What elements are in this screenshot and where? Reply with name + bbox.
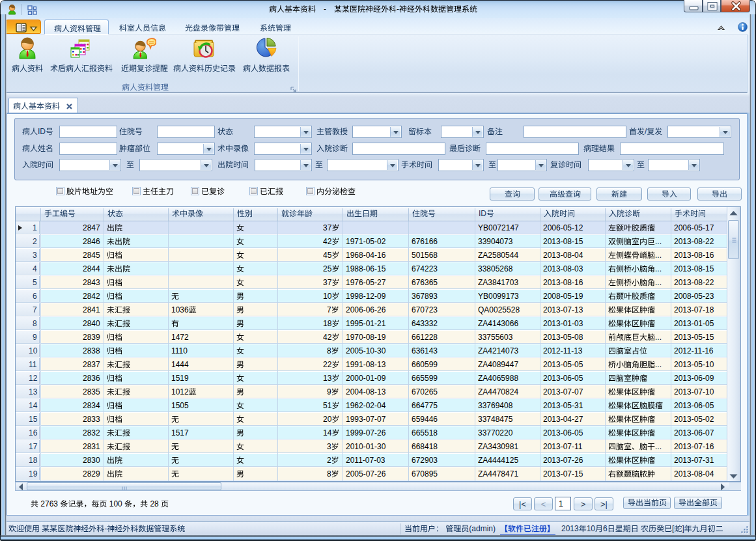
svg-text:2006-05-17: 2006-05-17 bbox=[674, 224, 714, 232]
svg-text:367893: 367893 bbox=[412, 292, 438, 301]
svg-text:2013-04-27: 2013-04-27 bbox=[543, 415, 583, 424]
svg-text:10: 10 bbox=[323, 292, 332, 301]
svg-text:YB0099173: YB0099173 bbox=[478, 292, 519, 301]
svg-text:2835: 2835 bbox=[83, 388, 100, 396]
svg-text:2013-08-16: 2013-08-16 bbox=[543, 279, 583, 287]
svg-text:28: 28 bbox=[148, 500, 161, 508]
svg-text:17: 17 bbox=[29, 443, 38, 451]
svg-text:2013-07-10: 2013-07-10 bbox=[674, 388, 714, 396]
svg-text:QA0025528: QA0025528 bbox=[478, 306, 520, 314]
svg-text:33805268: 33805268 bbox=[478, 265, 513, 273]
svg-text:1988-06-15: 1988-06-15 bbox=[346, 265, 386, 273]
svg-text:18: 18 bbox=[29, 456, 38, 465]
svg-text:...: ... bbox=[655, 265, 662, 273]
svg-text:1505: 1505 bbox=[171, 402, 189, 410]
svg-text:2013-07-16: 2013-07-16 bbox=[674, 443, 714, 451]
svg-text:2837: 2837 bbox=[83, 361, 100, 369]
svg-text:1993-07-07: 1993-07-07 bbox=[346, 415, 386, 424]
svg-text:1: 1 bbox=[33, 224, 37, 232]
svg-text:9: 9 bbox=[33, 333, 37, 342]
svg-text:2840: 2840 bbox=[83, 320, 100, 328]
svg-text:45: 45 bbox=[323, 251, 332, 260]
svg-text:...: ... bbox=[655, 333, 662, 342]
svg-text:2006-05-12: 2006-05-12 bbox=[543, 224, 583, 232]
svg-text:25: 25 bbox=[323, 265, 332, 273]
svg-text:12: 12 bbox=[29, 374, 38, 383]
svg-text:672903: 672903 bbox=[412, 456, 438, 465]
svg-text:42: 42 bbox=[323, 333, 332, 342]
svg-text:1036: 1036 bbox=[171, 306, 189, 314]
svg-text:2013-06-07: 2013-06-07 bbox=[674, 429, 714, 437]
svg-text:2: 2 bbox=[327, 456, 331, 465]
svg-text:2011-07-03: 2011-07-03 bbox=[346, 456, 385, 465]
svg-text:51: 51 bbox=[323, 402, 332, 410]
svg-text:11: 11 bbox=[29, 361, 37, 369]
svg-text:14: 14 bbox=[29, 402, 38, 410]
svg-text:1012: 1012 bbox=[171, 388, 189, 396]
svg-text:2844: 2844 bbox=[83, 265, 100, 273]
svg-text:670265: 670265 bbox=[412, 388, 438, 396]
svg-text:2013-05-05: 2013-05-05 bbox=[543, 361, 583, 369]
svg-text:501568: 501568 bbox=[412, 251, 438, 260]
svg-text:2013-07-18: 2013-07-18 bbox=[674, 306, 714, 314]
svg-text:2008-05-19: 2008-05-19 bbox=[543, 292, 583, 301]
svg-text:15: 15 bbox=[29, 415, 38, 424]
svg-text:4: 4 bbox=[33, 265, 37, 273]
svg-text:2013-08-04: 2013-08-04 bbox=[543, 251, 583, 260]
svg-text:676166: 676166 bbox=[412, 238, 438, 246]
svg-text:/: / bbox=[645, 128, 647, 136]
svg-text:13: 13 bbox=[29, 388, 38, 396]
svg-text:2842: 2842 bbox=[83, 292, 100, 301]
svg-text:2004-08-13: 2004-08-13 bbox=[346, 388, 386, 396]
svg-text:2005-10-30: 2005-10-30 bbox=[346, 347, 386, 355]
svg-text:ZA3430981: ZA3430981 bbox=[478, 443, 518, 451]
svg-text:2832: 2832 bbox=[83, 429, 100, 437]
svg-text:3: 3 bbox=[327, 443, 331, 451]
svg-text:2829: 2829 bbox=[83, 470, 100, 479]
svg-text:676365: 676365 bbox=[412, 279, 438, 287]
svg-text:6: 6 bbox=[33, 292, 37, 301]
svg-text:1962-02-04: 1962-02-04 bbox=[346, 402, 386, 410]
svg-text:(admin): (admin) bbox=[469, 525, 496, 533]
svg-text:...: ... bbox=[655, 443, 662, 451]
svg-text:1976-05-27: 1976-05-27 bbox=[346, 279, 386, 287]
svg-text:...: ... bbox=[655, 279, 662, 287]
svg-text:ZA4444125: ZA4444125 bbox=[478, 456, 518, 465]
svg-text:660599: 660599 bbox=[412, 361, 438, 369]
svg-text:2012-11-16: 2012-11-16 bbox=[674, 347, 714, 355]
svg-text:2: 2 bbox=[33, 238, 37, 246]
svg-text:7: 7 bbox=[327, 306, 331, 314]
svg-text:...: ... bbox=[655, 361, 662, 369]
svg-text:670723: 670723 bbox=[412, 306, 438, 314]
svg-text:ZA4478471: ZA4478471 bbox=[478, 470, 518, 479]
svg-text:2012-11-13: 2012-11-13 bbox=[543, 347, 583, 355]
svg-text:2013-06-05: 2013-06-05 bbox=[543, 429, 583, 437]
svg-text:2013-01-03: 2013-01-03 bbox=[543, 320, 583, 328]
svg-text:8: 8 bbox=[33, 320, 37, 328]
svg-text:10: 10 bbox=[587, 525, 596, 533]
svg-text:...: ... bbox=[655, 251, 662, 260]
svg-text:1519: 1519 bbox=[171, 374, 189, 383]
svg-text:13: 13 bbox=[323, 374, 332, 383]
svg-text:-: - bbox=[104, 525, 107, 533]
svg-text:1968-04-16: 1968-04-16 bbox=[346, 251, 386, 260]
svg-text:1472: 1472 bbox=[171, 333, 189, 342]
svg-text:33748475: 33748475 bbox=[478, 415, 513, 424]
svg-text:22: 22 bbox=[323, 361, 332, 369]
svg-text:2013-06-05: 2013-06-05 bbox=[674, 402, 714, 410]
svg-text:2013-08-15: 2013-08-15 bbox=[543, 238, 583, 246]
svg-text:2831: 2831 bbox=[83, 443, 100, 451]
svg-text:9: 9 bbox=[327, 388, 331, 396]
svg-text:33770220: 33770220 bbox=[478, 429, 513, 437]
svg-text:1110: 1110 bbox=[171, 347, 188, 355]
svg-text:2836: 2836 bbox=[83, 374, 100, 383]
svg-text:636143: 636143 bbox=[412, 347, 438, 355]
svg-text:16: 16 bbox=[29, 429, 38, 437]
svg-text:8: 8 bbox=[327, 470, 331, 479]
svg-text:2013-08-22: 2013-08-22 bbox=[674, 238, 714, 246]
svg-text:6: 6 bbox=[603, 525, 608, 533]
svg-text:664775: 664775 bbox=[412, 402, 438, 410]
svg-text:ID: ID bbox=[38, 128, 46, 136]
svg-text:14: 14 bbox=[323, 429, 332, 437]
svg-text:2013-08-04: 2013-08-04 bbox=[674, 470, 714, 479]
